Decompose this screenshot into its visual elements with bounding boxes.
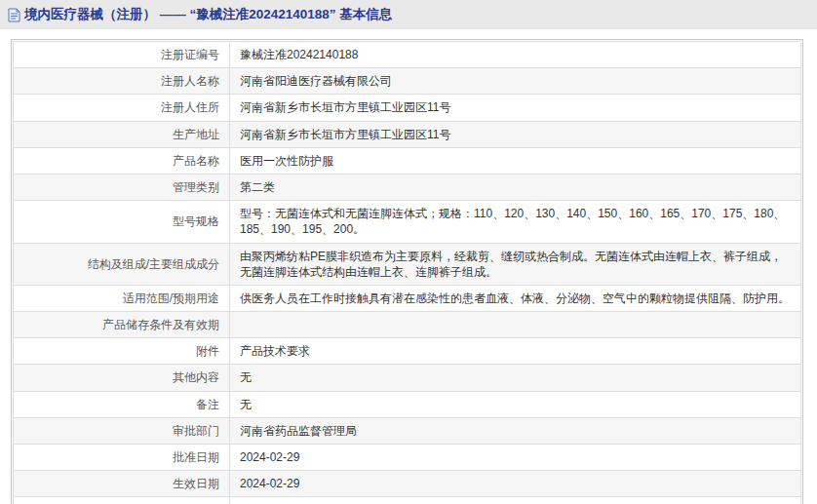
table-row: 注册人住所 河南省新乡市长垣市方里镇工业园区11号 — [14, 95, 801, 121]
table-row: 附件 产品技术要求 — [14, 338, 801, 365]
row-value: 第二类 — [230, 174, 801, 200]
table-row: 产品名称 医用一次性防护服 — [14, 147, 801, 174]
row-label: 型号规格 — [14, 201, 230, 243]
row-label: 注册证编号 — [14, 42, 230, 68]
header-band: 境内医疗器械（注册） —— “豫械注准20242140188” 基本信息 — [0, 0, 817, 29]
table-row: 批准日期 2024-02-29 — [14, 445, 801, 471]
row-value: 2024-02-29 — [230, 445, 801, 471]
registration-info-table: 注册证编号 豫械注准20242140188 注册人名称 河南省阳迪医疗器械有限公… — [11, 39, 803, 504]
row-value: 由聚丙烯纺粘PE膜非织造布为主要原料，经裁剪、缝纫或热合制成。无菌连体式由连帽上… — [230, 243, 801, 285]
table-row: 有效期至 2029-02-28 — [14, 497, 801, 504]
info-table-body: 注册证编号 豫械注准20242140188 注册人名称 河南省阳迪医疗器械有限公… — [14, 42, 801, 504]
row-label: 产品名称 — [14, 147, 230, 174]
table-row: 适用范围/预期用途 供医务人员在工作时接触具有潜在感染性的患者血液、体液、分泌物… — [14, 285, 801, 311]
row-label: 批准日期 — [14, 445, 230, 471]
row-value: 河南省阳迪医疗器械有限公司 — [230, 68, 801, 95]
row-label: 附件 — [14, 338, 230, 365]
row-value: 河南省药品监督管理局 — [230, 417, 801, 444]
row-label: 生效日期 — [14, 471, 230, 497]
table-row: 结构及组成/主要组成成分 由聚丙烯纺粘PE膜非织造布为主要原料，经裁剪、缝纫或热… — [14, 243, 801, 285]
row-label: 注册人住所 — [14, 95, 230, 121]
row-value: 2024-02-29 — [230, 471, 801, 497]
row-value: 供医务人员在工作时接触具有潜在感染性的患者血液、体液、分泌物、空气中的颗粒物提供… — [230, 285, 801, 311]
row-value: 无 — [230, 365, 801, 391]
table-row: 其他内容 无 — [14, 365, 801, 391]
row-label: 产品储存条件及有效期 — [14, 312, 230, 338]
row-label: 结构及组成/主要组成成分 — [14, 243, 230, 285]
row-label: 注册人名称 — [14, 68, 230, 95]
row-value — [230, 312, 801, 338]
row-value: 无 — [230, 391, 801, 417]
table-row: 产品储存条件及有效期 — [14, 312, 801, 338]
table-row: 注册人名称 河南省阳迪医疗器械有限公司 — [14, 68, 801, 95]
row-label: 备注 — [14, 391, 230, 417]
row-value: 河南省新乡市长垣市方里镇工业园区11号 — [230, 121, 801, 147]
row-value: 医用一次性防护服 — [230, 147, 801, 174]
table-row: 注册证编号 豫械注准20242140188 — [14, 42, 801, 68]
row-label: 生产地址 — [14, 121, 230, 147]
table-row: 管理类别 第二类 — [14, 174, 801, 200]
table-row: 型号规格 型号：无菌连体式和无菌连脚连体式；规格：110、120、130、140… — [14, 201, 801, 243]
table-row: 备注 无 — [14, 391, 801, 417]
table-row: 生产地址 河南省新乡市长垣市方里镇工业园区11号 — [14, 121, 801, 147]
row-label: 审批部门 — [14, 417, 230, 444]
row-label: 管理类别 — [14, 174, 230, 200]
row-value: 型号：无菌连体式和无菌连脚连体式；规格：110、120、130、140、150、… — [230, 201, 801, 243]
table-row: 生效日期 2024-02-29 — [14, 471, 801, 497]
row-label: 适用范围/预期用途 — [14, 285, 230, 311]
page-title: 境内医疗器械（注册） —— “豫械注准20242140188” 基本信息 — [24, 6, 392, 23]
document-icon — [8, 8, 20, 22]
row-label: 其他内容 — [14, 365, 230, 391]
row-value: 河南省新乡市长垣市方里镇工业园区11号 — [230, 95, 801, 121]
row-value: 产品技术要求 — [230, 338, 801, 365]
row-value: 2029-02-28 — [230, 497, 801, 504]
table-row: 审批部门 河南省药品监督管理局 — [14, 417, 801, 444]
row-value: 豫械注准20242140188 — [230, 42, 801, 68]
row-label: 有效期至 — [14, 497, 230, 504]
